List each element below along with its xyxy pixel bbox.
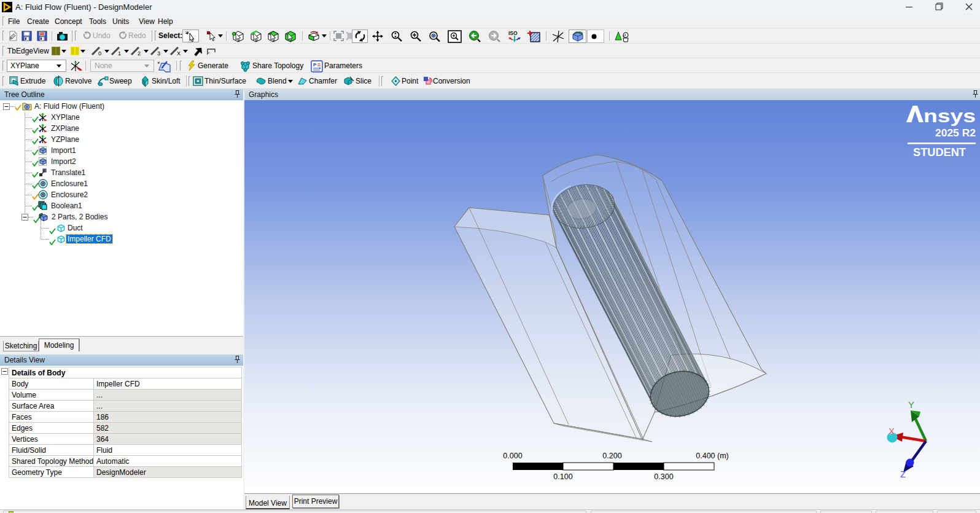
svg-text:0.000: 0.000 bbox=[503, 452, 522, 460]
svg-text:0.200: 0.200 bbox=[602, 452, 621, 460]
svg-text:3: 3 bbox=[157, 50, 160, 57]
svg-text:P: P bbox=[313, 62, 317, 68]
svg-text:X: X bbox=[889, 426, 895, 436]
svg-text:0.400 (m): 0.400 (m) bbox=[696, 452, 729, 460]
svg-text:0.100: 0.100 bbox=[553, 472, 572, 481]
svg-text:1: 1 bbox=[118, 50, 121, 57]
svg-text:ISO: ISO bbox=[508, 30, 518, 36]
svg-text:0.300: 0.300 bbox=[654, 472, 673, 481]
svg-text:Y: Y bbox=[908, 399, 914, 410]
svg-text:STUDENT: STUDENT bbox=[913, 146, 966, 159]
svg-text:Z: Z bbox=[900, 469, 906, 479]
svg-text:nsys: nsys bbox=[924, 106, 976, 126]
svg-text:0: 0 bbox=[98, 50, 101, 57]
svg-text:2025 R2: 2025 R2 bbox=[935, 127, 976, 138]
svg-text:X: X bbox=[177, 50, 181, 57]
svg-text:2: 2 bbox=[138, 50, 141, 57]
